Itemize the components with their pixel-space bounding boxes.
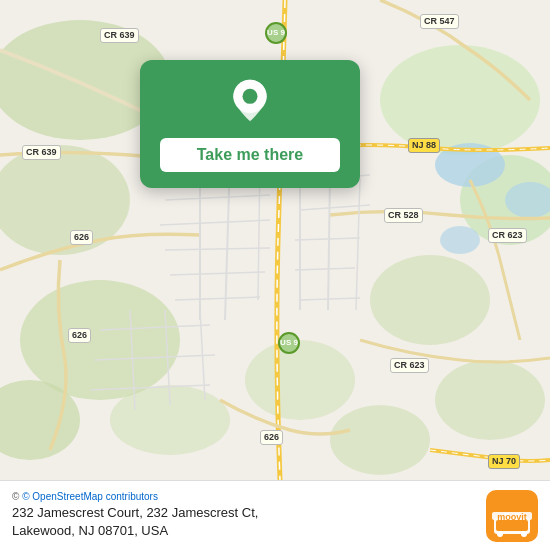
moovit-icon-svg: M moovit (486, 490, 538, 542)
take-me-there-button[interactable]: Take me there (160, 138, 340, 172)
road-badge-cr626-l: 626 (70, 230, 93, 245)
moovit-logo: M moovit (486, 490, 538, 542)
address-line2: Lakewood, NJ 08701, USA (12, 523, 168, 538)
road-badge-us9-mid: US 9 (278, 332, 300, 354)
svg-point-9 (245, 340, 355, 420)
road-badge-us9-top: US 9 (265, 22, 287, 44)
road-badge-cr623-r: CR 623 (488, 228, 527, 243)
osm-link[interactable]: © OpenStreetMap contributors (22, 491, 158, 502)
road-badge-cr623-bot: CR 623 (390, 358, 429, 373)
map-container: CR 639US 9CR 547CR 639NJ 88626CR 528CR 6… (0, 0, 550, 480)
road-badge-nj88: NJ 88 (408, 138, 440, 153)
road-badge-cr626-mid: 626 (68, 328, 91, 343)
road-badge-cr639-mid: CR 639 (22, 145, 61, 160)
bottom-bar: © © OpenStreetMap contributors 232 James… (0, 480, 550, 550)
copyright-symbol: © (12, 491, 19, 502)
svg-point-14 (440, 226, 480, 254)
location-pin-icon (225, 78, 275, 128)
svg-point-11 (330, 405, 430, 475)
svg-text:moovit: moovit (497, 512, 527, 522)
svg-point-39 (243, 89, 258, 104)
address-info: © © OpenStreetMap contributors 232 James… (12, 491, 478, 540)
svg-point-7 (370, 255, 490, 345)
road-badge-cr639-top: CR 639 (100, 28, 139, 43)
svg-point-5 (380, 45, 540, 155)
svg-point-45 (521, 531, 527, 537)
copyright-text: © © OpenStreetMap contributors (12, 491, 478, 502)
road-badge-nj70: NJ 70 (488, 454, 520, 469)
road-badge-cr547: CR 547 (420, 14, 459, 29)
svg-point-8 (435, 360, 545, 440)
address-line1: 232 Jamescrest Court, 232 Jamescrest Ct, (12, 505, 258, 520)
svg-point-44 (497, 531, 503, 537)
address-text: 232 Jamescrest Court, 232 Jamescrest Ct,… (12, 504, 478, 540)
road-badge-cr626-bot: 626 (260, 430, 283, 445)
location-card: Take me there (140, 60, 360, 188)
road-badge-cr528: CR 528 (384, 208, 423, 223)
